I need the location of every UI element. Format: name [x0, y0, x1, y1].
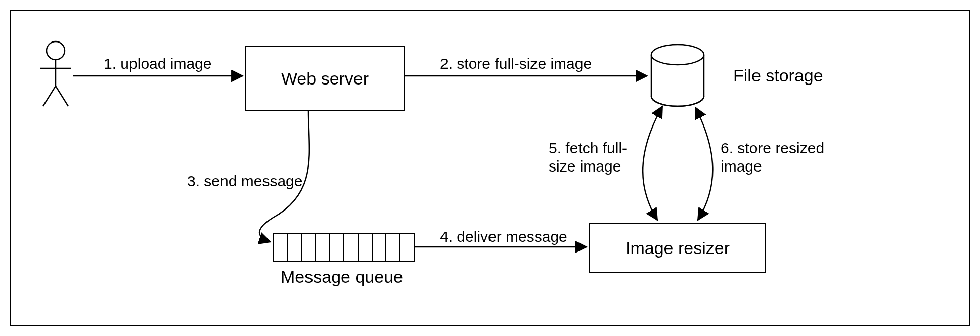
message-queue-label: Message queue	[281, 267, 403, 287]
label-store-full: 2. store full-size image	[440, 55, 592, 73]
label-send-message: 3. send message	[187, 172, 302, 190]
web-server-node: Web server	[245, 46, 405, 111]
diagram-svg	[0, 0, 980, 336]
web-server-label: Web server	[281, 69, 369, 89]
svg-line-3	[43, 86, 56, 106]
label-upload-image: 1. upload image	[104, 55, 212, 73]
diagram-canvas: Web server File storage Message queue Im…	[0, 0, 980, 336]
file-storage-label: File storage	[733, 66, 823, 86]
message-queue-node	[273, 233, 415, 262]
file-storage-icon	[651, 45, 704, 106]
svg-line-4	[56, 86, 68, 106]
user-icon	[40, 41, 71, 106]
image-resizer-label: Image resizer	[626, 238, 730, 258]
image-resizer-node: Image resizer	[589, 223, 766, 273]
edge-fetch-full	[643, 106, 662, 220]
label-fetch-full: 5. fetch full- size image	[549, 139, 627, 176]
label-store-resized: 6. store resized image	[721, 139, 824, 176]
svg-point-0	[47, 41, 65, 60]
label-deliver-message: 4. deliver message	[440, 228, 567, 246]
edge-store-resized	[695, 107, 712, 220]
